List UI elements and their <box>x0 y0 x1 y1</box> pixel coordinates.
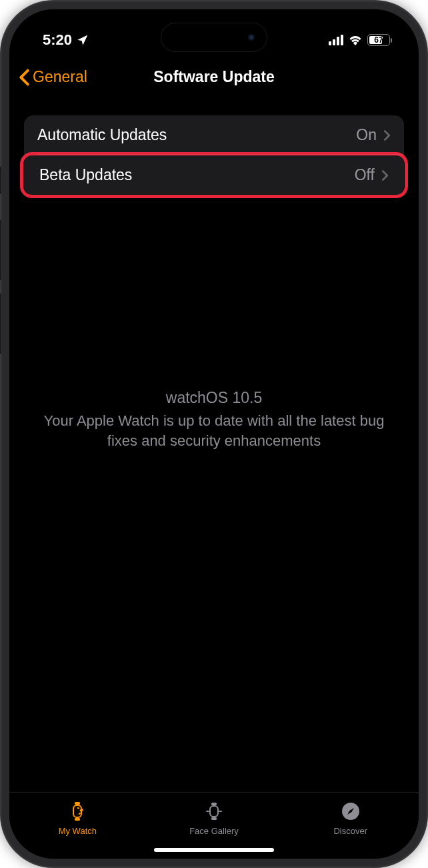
battery-percent: 67 <box>368 35 389 45</box>
nav-bar: General Software Update <box>9 56 419 98</box>
tab-label: Discover <box>333 826 367 836</box>
location-icon <box>76 34 89 47</box>
home-indicator[interactable] <box>154 848 274 852</box>
settings-list: Automatic Updates On Beta Updates Off <box>24 115 404 195</box>
tab-label: My Watch <box>59 826 97 836</box>
status-message: Your Apple Watch is up to date with all … <box>37 411 391 450</box>
tab-face-gallery[interactable]: Face Gallery <box>146 799 283 836</box>
update-status: watchOS 10.5 Your Apple Watch is up to d… <box>24 389 404 450</box>
tab-my-watch[interactable]: My Watch <box>9 799 146 836</box>
status-left: 5:20 <box>43 31 89 49</box>
watch-icon <box>68 799 87 823</box>
os-version: watchOS 10.5 <box>37 389 391 407</box>
svg-rect-6 <box>211 817 217 820</box>
row-beta-updates[interactable]: Beta Updates Off <box>23 155 405 195</box>
back-button[interactable]: General <box>19 68 87 86</box>
battery-icon: 67 <box>367 34 392 46</box>
cellular-icon <box>329 35 343 45</box>
row-value: Off <box>355 166 375 184</box>
face-gallery-icon <box>205 799 223 823</box>
svg-rect-3 <box>82 809 83 811</box>
back-label: General <box>33 68 87 86</box>
status-time: 5:20 <box>43 31 72 49</box>
content: Automatic Updates On Beta Updates Off <box>9 98 419 792</box>
compass-icon <box>341 799 361 823</box>
screen: 5:20 67 <box>9 9 419 859</box>
svg-rect-2 <box>75 818 80 821</box>
tab-label: Face Gallery <box>189 826 239 836</box>
wifi-icon <box>348 34 363 46</box>
svg-rect-5 <box>211 803 217 805</box>
dynamic-island <box>161 23 267 52</box>
row-automatic-updates[interactable]: Automatic Updates On <box>24 115 404 155</box>
chevron-right-icon <box>383 129 391 141</box>
tab-bar: My Watch Face Gallery <box>9 792 419 840</box>
status-right: 67 <box>329 34 392 46</box>
row-label: Automatic Updates <box>37 126 349 144</box>
chevron-right-icon <box>381 169 389 181</box>
tab-discover[interactable]: Discover <box>282 799 419 836</box>
chevron-left-icon <box>19 69 30 86</box>
svg-rect-1 <box>75 802 80 805</box>
phone-frame: 5:20 67 <box>0 0 428 868</box>
row-label: Beta Updates <box>39 166 348 184</box>
svg-rect-4 <box>210 806 218 817</box>
highlight-annotation: Beta Updates Off <box>20 152 408 198</box>
row-value: On <box>356 126 377 144</box>
